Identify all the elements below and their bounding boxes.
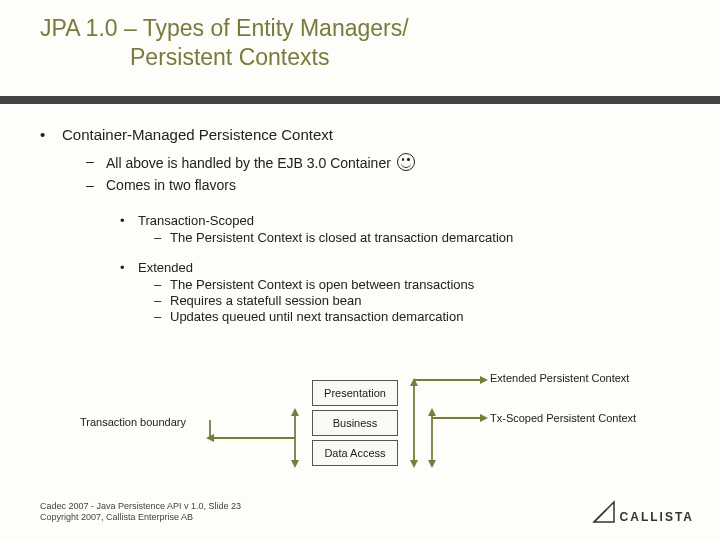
slide: JPA 1.0 – Types of Entity Managers/ Pers… (0, 0, 720, 540)
flavor-item: • Transaction-Scoped (120, 213, 690, 228)
svg-marker-13 (428, 460, 436, 468)
data-access-box: Data Access (312, 440, 398, 466)
txscoped-context-label: Tx-Scoped Persistent Context (490, 412, 636, 424)
flavor-detail: – Requires a statefull session bean (154, 293, 690, 308)
bullet-marker: • (40, 126, 62, 143)
brand-text: CALLISTA (620, 510, 694, 524)
bullet-marker: • (120, 260, 138, 275)
dash-marker: – (154, 309, 170, 324)
sub-text: All above is handled by the EJB 3.0 Cont… (106, 155, 391, 171)
flavor-head: Transaction-Scoped (138, 213, 254, 228)
flavor-detail-text: The Persistent Context is closed at tran… (170, 230, 513, 245)
dash-marker: – (154, 293, 170, 308)
presentation-box: Presentation (312, 380, 398, 406)
bullet-text: Container-Managed Persistence Context (62, 126, 333, 143)
extended-context-label: Extended Persistent Context (490, 372, 629, 384)
slide-title: JPA 1.0 – Types of Entity Managers/ Pers… (40, 14, 680, 72)
transaction-boundary-label: Transaction boundary (80, 416, 186, 428)
dash-marker: – (86, 177, 106, 193)
bullet-level-1: • Container-Managed Persistence Context (40, 126, 690, 143)
dash-marker: – (86, 153, 106, 171)
footer-line-1: Cadec 2007 - Java Persistence API v 1.0,… (40, 501, 241, 513)
svg-marker-4 (206, 434, 214, 442)
svg-marker-15 (480, 414, 488, 422)
diagram: Transaction boundary Presentation Busine… (40, 376, 690, 496)
flavor-detail: – The Persistent Context is closed at tr… (154, 230, 690, 245)
title-divider (0, 96, 720, 104)
sub-text: Comes in two flavors (106, 177, 236, 193)
footer-line-2: Copyright 2007, Callista Enterprise AB (40, 512, 241, 524)
title-line-2: Persistent Contexts (40, 43, 680, 72)
svg-marker-8 (410, 460, 418, 468)
svg-marker-7 (410, 378, 418, 386)
dash-marker: – (154, 230, 170, 245)
svg-marker-2 (291, 460, 299, 468)
bullet-marker: • (120, 213, 138, 228)
svg-marker-1 (291, 408, 299, 416)
business-box: Business (312, 410, 398, 436)
smiley-icon (397, 153, 415, 171)
sub-bullets: – All above is handled by the EJB 3.0 Co… (86, 153, 690, 193)
flavor-detail: – The Persistent Context is open between… (154, 277, 690, 292)
callista-logo: CALLISTA (592, 500, 694, 524)
svg-marker-12 (428, 408, 436, 416)
flavor-detail: – Updates queued until next transaction … (154, 309, 690, 324)
dash-marker: – (154, 277, 170, 292)
layer-boxes: Presentation Business Data Access (312, 380, 398, 470)
flavor-detail-text: Requires a statefull session bean (170, 293, 362, 308)
content-area: • Container-Managed Persistence Context … (40, 120, 690, 325)
flavor-item: • Extended (120, 260, 690, 275)
flavor-list: • Transaction-Scoped – The Persistent Co… (120, 199, 690, 324)
flavor-detail-text: Updates queued until next transaction de… (170, 309, 463, 324)
title-line-1: JPA 1.0 – Types of Entity Managers/ (40, 14, 680, 43)
sub-bullet: – Comes in two flavors (86, 177, 690, 193)
flavor-head: Extended (138, 260, 193, 275)
logo-icon (592, 500, 616, 524)
svg-line-17 (594, 510, 606, 522)
slide-footer: Cadec 2007 - Java Persistence API v 1.0,… (40, 501, 241, 524)
sub-bullet: – All above is handled by the EJB 3.0 Co… (86, 153, 690, 171)
flavor-detail-text: The Persistent Context is open between t… (170, 277, 474, 292)
svg-marker-10 (480, 376, 488, 384)
